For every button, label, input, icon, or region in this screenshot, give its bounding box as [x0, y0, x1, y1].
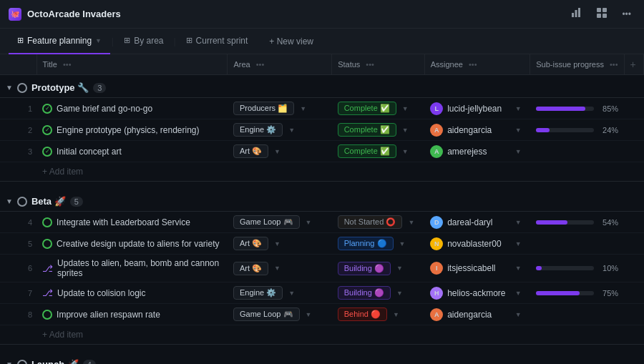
assignee-dropdown[interactable]: ▼ — [512, 288, 525, 298]
group-toggle[interactable]: ▼ — [6, 360, 13, 364]
add-item-row[interactable]: + Add item — [0, 325, 644, 345]
assignee-dropdown[interactable]: ▼ — [512, 104, 525, 114]
item-title[interactable]: Updates to alien, beam, bomb and cannon … — [57, 258, 222, 278]
item-title[interactable]: Update to colision logic — [57, 288, 145, 298]
item-title[interactable]: Initial concept art — [57, 147, 122, 157]
assignee-dropdown[interactable]: ▼ — [512, 125, 525, 135]
chart-button[interactable] — [566, 4, 586, 24]
group-toggle[interactable]: ▼ — [6, 197, 13, 205]
assignee-name: aidengarcia — [447, 125, 492, 135]
status-col-more[interactable]: ••• — [366, 60, 374, 69]
add-item-row[interactable]: + Add item — [0, 162, 644, 182]
add-item-label[interactable]: + Add item — [36, 325, 643, 345]
tab-feature-planning[interactable]: ⊞ Feature planning ▼ — [9, 29, 110, 54]
area-cell: Art 🎨 ▼ — [228, 255, 332, 282]
add-item-label[interactable]: + Add item — [36, 162, 643, 182]
add-column-icon[interactable]: + — [630, 59, 636, 70]
progress-bar-bg — [536, 107, 594, 111]
status-icon-branch: ⎇ — [42, 287, 53, 298]
title-col-more[interactable]: ••• — [63, 60, 72, 69]
area-badge[interactable]: Engine ⚙️ — [233, 123, 283, 137]
progress-bar-bg — [536, 291, 594, 295]
status-cell: Behind 🔴 ▼ — [332, 304, 425, 325]
area-badge[interactable]: Game Loop 🎮 — [233, 215, 300, 229]
item-title[interactable]: Game brief and go-no-go — [57, 104, 152, 114]
assignee-dropdown[interactable]: ▼ — [512, 147, 525, 157]
area-badge[interactable]: Producers 🗂️ — [233, 102, 294, 115]
status-badge[interactable]: Building 🟣 — [338, 286, 391, 300]
status-dropdown[interactable]: ▼ — [390, 310, 402, 320]
svg-rect-3 — [597, 8, 601, 12]
assignee-col-more[interactable]: ••• — [469, 60, 477, 69]
area-dropdown[interactable]: ▼ — [303, 217, 315, 227]
status-dropdown[interactable]: ▼ — [399, 104, 411, 114]
more-button[interactable]: ••• — [618, 6, 635, 22]
assignee-dropdown[interactable]: ▼ — [512, 217, 525, 227]
status-badge[interactable]: Not Started ⭕ — [338, 215, 403, 229]
status-dropdown[interactable]: ▼ — [396, 239, 409, 249]
progress-percent: 54% — [598, 218, 618, 227]
item-title[interactable]: Creative design update to aliens for var… — [57, 239, 219, 249]
group-count: 4 — [83, 360, 96, 365]
table-row: 1 ✓ Game brief and go-no-go Producers 🗂️… — [0, 98, 644, 119]
layout-button[interactable] — [592, 4, 612, 24]
avatar: D — [430, 216, 443, 229]
column-headers: Title ••• Area ••• Status ••• — [0, 54, 644, 75]
area-dropdown[interactable]: ▼ — [286, 288, 298, 298]
row-extra — [624, 282, 643, 304]
expand-cell — [0, 212, 19, 233]
status-cell: Complete ✅ ▼ — [332, 98, 425, 119]
new-view-button[interactable]: + New view — [262, 36, 321, 46]
status-icon-complete: ✓ — [42, 104, 52, 114]
add-col-header[interactable]: + — [624, 54, 643, 75]
item-title[interactable]: Engine prototype (physics, rendering) — [57, 125, 199, 135]
area-dropdown[interactable]: ▼ — [297, 104, 309, 114]
area-dropdown[interactable]: ▼ — [271, 147, 283, 157]
area-dropdown[interactable]: ▼ — [271, 239, 283, 249]
status-cell: Building 🟣 ▼ — [332, 282, 425, 304]
area-badge[interactable]: Engine ⚙️ — [233, 286, 283, 300]
status-dropdown[interactable]: ▼ — [405, 217, 417, 227]
tab-dropdown[interactable]: ▼ — [95, 37, 102, 44]
status-badge[interactable]: Complete ✅ — [338, 102, 396, 115]
area-dropdown[interactable]: ▼ — [271, 263, 283, 273]
table-row: 7 ⎇ Update to colision logic Engine ⚙️ ▼… — [0, 282, 644, 304]
area-badge[interactable]: Art 🎨 — [233, 237, 268, 250]
assignee-dropdown[interactable]: ▼ — [512, 263, 525, 273]
assignee-dropdown[interactable]: ▼ — [512, 310, 525, 320]
area-dropdown[interactable]: ▼ — [286, 125, 298, 135]
area-cell: Producers 🗂️ ▼ — [228, 98, 332, 119]
area-badge[interactable]: Art 🎨 — [233, 262, 268, 275]
table-container: Title ••• Area ••• Status ••• — [0, 54, 644, 364]
area-badge[interactable]: Art 🎨 — [233, 144, 268, 158]
group-count: 5 — [70, 197, 83, 207]
area-col-more[interactable]: ••• — [256, 60, 265, 69]
status-badge[interactable]: Complete ✅ — [338, 123, 396, 137]
item-title[interactable]: Improve alien respawn rate — [57, 310, 160, 320]
status-dropdown[interactable]: ▼ — [399, 125, 411, 135]
area-dropdown[interactable]: ▼ — [303, 310, 315, 320]
status-dropdown[interactable]: ▼ — [394, 288, 406, 298]
avatar: L — [430, 102, 443, 115]
status-badge[interactable]: Behind 🔴 — [338, 308, 387, 321]
assignee-dropdown[interactable]: ▼ — [512, 239, 525, 249]
expand-cell — [0, 304, 19, 325]
status-dropdown[interactable]: ▼ — [399, 147, 411, 157]
status-badge[interactable]: Planning 🔵 — [338, 237, 394, 250]
status-badge[interactable]: Complete ✅ — [338, 144, 396, 158]
group-row: ▼ Launch 🚀 4 — [0, 352, 644, 364]
area-header: Area ••• — [228, 54, 332, 75]
row-extra — [624, 233, 643, 255]
area-badge[interactable]: Game Loop 🎮 — [233, 308, 300, 321]
row-number: 8 — [19, 304, 36, 325]
group-circle — [17, 83, 27, 93]
tab-current-sprint[interactable]: ⊞ Current sprint — [177, 29, 257, 54]
progress-col-more[interactable]: ••• — [610, 60, 618, 69]
tab-by-area[interactable]: ⊞ By area — [115, 29, 172, 54]
status-dropdown[interactable]: ▼ — [394, 263, 406, 273]
status-badge[interactable]: Building 🟣 — [338, 262, 391, 275]
item-title[interactable]: Integrate with Leaderboard Service — [57, 217, 190, 227]
row-extra — [624, 212, 643, 233]
expand-cell — [0, 98, 19, 119]
group-toggle[interactable]: ▼ — [6, 84, 13, 92]
